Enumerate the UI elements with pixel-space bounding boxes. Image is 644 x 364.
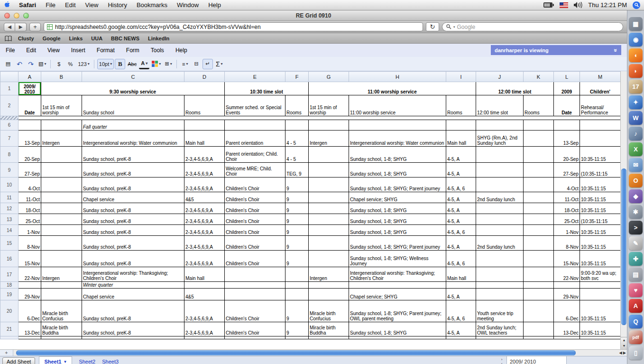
cell[interactable]: Date [18,95,41,116]
cell[interactable] [524,267,554,282]
cell[interactable]: Parent orientation; Child. Choir [225,147,285,163]
cell[interactable] [285,120,309,131]
cell[interactable] [225,289,285,300]
cell[interactable] [41,236,82,251]
cell[interactable] [309,336,349,339]
cell[interactable]: Sunday school, preK-8 [82,225,184,236]
cell[interactable]: Intergenerational worship: Thanksgiving;… [349,267,446,282]
cell[interactable] [285,289,309,300]
cell[interactable]: Chapel service [82,289,184,300]
cell[interactable] [309,251,349,267]
bold-button[interactable]: B [115,59,125,69]
cell[interactable] [476,336,524,339]
docs-menu-file[interactable]: File [0,47,20,54]
cell[interactable]: Miracle birth Confucius [41,300,82,322]
cell[interactable]: 9 [285,251,309,267]
spotlight-icon[interactable] [633,1,640,9]
row-header-2[interactable]: 2 [0,95,18,116]
cell[interactable]: Chapel service; SHYG [349,192,446,203]
cell[interactable]: 2-3,4-5,6,9,A [184,214,225,225]
cell[interactable] [580,289,621,300]
cell[interactable]: 25-Oct [554,214,580,225]
cell[interactable]: Intergenerational worship: Water communi… [82,131,184,147]
cell[interactable]: 4&5 [184,192,225,203]
sheet-menu-arrow-icon[interactable]: ▼ [63,360,67,364]
cell[interactable]: 4-5, A [446,214,476,225]
mail-icon[interactable]: ✉ [629,158,643,172]
borders-button[interactable]: ⊞▾ [163,59,174,69]
cell[interactable] [580,131,621,147]
textedit-icon[interactable]: ✎ [629,236,643,250]
cell[interactable] [476,147,524,163]
column-header-C[interactable]: C [82,72,184,82]
firefox-icon[interactable]: ◖ [629,48,643,62]
acrobat-icon[interactable]: A [629,299,643,313]
cell[interactable] [225,120,285,131]
cell[interactable] [476,267,524,282]
cell[interactable]: 2009 [554,82,580,95]
cell[interactable]: 4-5, A [446,289,476,300]
cell[interactable] [476,163,524,177]
cell[interactable] [184,336,225,339]
cell[interactable] [309,192,349,203]
cell[interactable]: 13-Sep [18,131,41,147]
row-header-18[interactable]: 18 [0,282,18,289]
cell[interactable] [476,120,524,131]
cell[interactable]: 6-Dec [18,300,41,322]
cell[interactable] [524,282,554,289]
cell[interactable]: 4-Oct [554,177,580,192]
menu-item-window[interactable]: Window [172,1,203,9]
calendar-icon[interactable]: 17 [629,80,643,93]
input-language-flag-icon[interactable] [560,2,568,8]
row-header-17[interactable]: 17 [0,267,18,282]
cell[interactable]: 4 - 5 [285,147,309,163]
cell[interactable]: 8-Nov [554,236,580,251]
cell[interactable] [41,251,82,267]
cell[interactable]: 10:35-11:15 [580,203,621,214]
cell[interactable]: 8-Nov [18,236,41,251]
fill-color-button[interactable]: ▾ [150,59,162,69]
cell[interactable]: Rooms [446,95,476,116]
cell[interactable] [524,120,554,131]
cell[interactable]: 9 [285,300,309,322]
vertical-scrollbar-arrows[interactable]: ▲▼ [621,337,627,349]
cell[interactable]: 10:35-11:15 [580,177,621,192]
cell[interactable]: 10:35-11:15 [580,192,621,203]
cell[interactable]: 10:35-11:15 [580,225,621,236]
cell[interactable]: Sunday school, 1-8; SHYG; Parent journey [349,236,446,251]
cell[interactable] [554,120,580,131]
column-header-L[interactable]: L [554,72,580,82]
print-button[interactable]: ▤ [3,59,13,69]
cell[interactable] [554,282,580,289]
menu-item-edit[interactable]: Edit [60,1,80,9]
cell[interactable]: 12:00 time slot [476,95,524,116]
itunes-icon[interactable]: ♪ [629,127,643,140]
menu-item-help[interactable]: Help [203,1,226,9]
address-bar[interactable]: http://spreadsheets0.google.com/ccc?key=… [44,22,423,31]
window-title-bar[interactable]: RE Grid 0910 [0,10,627,21]
cell[interactable]: 1st 15 min of worship [41,95,82,116]
app-icon-grid[interactable]: ▦ [629,17,643,31]
bookmark-google[interactable]: Google [38,36,65,41]
column-header-G[interactable]: G [309,72,349,82]
cell[interactable]: 2-3,4-5,6,9,A [184,225,225,236]
cell[interactable]: Children's Choir [225,236,285,251]
cell[interactable]: Winter quarter [82,282,184,289]
cell[interactable]: 11:00 worship service [349,95,446,116]
cell[interactable]: Date [554,95,580,116]
app-icon-orange[interactable]: O [629,174,643,187]
cell[interactable]: 9 [285,214,309,225]
cell[interactable]: Sunday school, 1-8; SHYG; Parent journey… [349,300,446,322]
cell[interactable]: 4-Oct [18,177,41,192]
back-button[interactable]: ◀ [4,23,15,31]
excel-icon[interactable]: X [629,142,643,156]
row-header-6[interactable]: 6 [0,120,18,131]
reload-button[interactable]: ↻ [426,22,439,31]
cell[interactable]: Sunday school, preK-8 [82,177,184,192]
cell[interactable] [18,282,41,289]
cell[interactable]: Sunday school, 1-8; SHYG [349,147,446,163]
number-format-button[interactable]: 123▾ [76,59,91,69]
sheet-tab-sheet3[interactable]: Sheet3 [102,359,119,364]
cell[interactable]: Sunday school, preK-8 [82,203,184,214]
cell[interactable]: 18-Oct [554,203,580,214]
